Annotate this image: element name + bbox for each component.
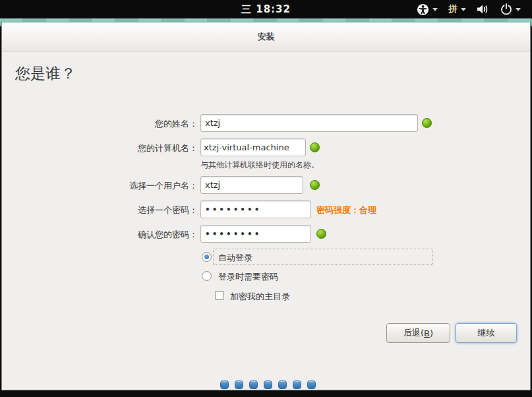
progress-dot (249, 381, 258, 389)
input-method-menu[interactable]: 拼 (446, 0, 468, 18)
indicator-area: 拼 (415, 0, 523, 18)
volume-menu[interactable] (475, 0, 492, 18)
progress-dot (235, 381, 243, 389)
installer-window: 安装 您是谁？ 您的姓名： 您的计算机名： 与其他计算机联络时使用的名称。 选择… (1, 22, 531, 390)
auto-login-label[interactable]: 自动登录 (218, 252, 252, 264)
accessibility-menu[interactable] (415, 0, 440, 18)
desktop-background: 安装 您是谁？ 您的姓名： 您的计算机名： 与其他计算机联络时使用的名称。 选择… (0, 18, 532, 397)
progress-dot (264, 381, 272, 389)
require-password-radio[interactable] (202, 271, 212, 281)
confirm-password-input[interactable] (200, 225, 311, 243)
screen: 三 18:32 拼 (0, 0, 532, 397)
password-input[interactable] (200, 200, 311, 218)
password-strength-text: 密码强度：合理 (316, 204, 376, 216)
hostname-input[interactable] (200, 138, 306, 156)
continue-button-label: 继续 (478, 327, 495, 339)
back-button-label-suffix: ) (430, 328, 433, 338)
progress-dot (278, 381, 287, 389)
session-menu[interactable] (498, 0, 523, 18)
back-button[interactable]: 后退(B) (386, 323, 450, 343)
progress-dot (307, 381, 316, 389)
chevron-down-icon (432, 8, 438, 11)
require-password-label[interactable]: 登录时需要密码 (218, 271, 278, 283)
hostname-hint: 与其他计算机联络时使用的名称。 (200, 160, 319, 171)
window-titlebar: 安装 (2, 22, 530, 52)
fullname-status-ok-icon (422, 118, 432, 128)
confirm-password-status-ok-icon (316, 229, 326, 239)
progress-dot (220, 381, 229, 389)
window-title: 安装 (258, 31, 275, 43)
accessibility-icon (417, 3, 429, 16)
power-icon (500, 3, 512, 15)
install-step-progress (220, 381, 316, 389)
auto-login-radio[interactable] (202, 252, 212, 262)
fullname-input[interactable] (200, 114, 418, 132)
back-button-label: 后退( (403, 327, 424, 339)
password-label: 选择一个密码： (2, 204, 198, 216)
encrypt-home-label[interactable]: 加密我的主目录 (230, 291, 290, 303)
fullname-label: 您的姓名： (2, 118, 198, 130)
back-button-mnemonic: B (424, 328, 430, 338)
progress-dot (293, 381, 301, 389)
page-title: 您是谁？ (15, 63, 76, 84)
chevron-down-icon (461, 8, 466, 11)
volume-icon (477, 4, 490, 15)
chevron-down-icon (516, 8, 521, 11)
username-status-ok-icon (310, 180, 320, 190)
username-input[interactable] (200, 176, 303, 194)
encrypt-home-checkbox[interactable] (215, 291, 224, 300)
top-panel: 三 18:32 拼 (0, 0, 532, 18)
continue-button[interactable]: 继续 (456, 323, 517, 343)
hostname-status-ok-icon (310, 142, 320, 152)
pinyin-input-indicator: 拼 (448, 3, 458, 15)
username-label: 选择一个用户名： (2, 180, 198, 192)
hostname-label: 您的计算机名： (2, 142, 198, 154)
confirm-password-label: 确认您的密码： (2, 229, 198, 241)
